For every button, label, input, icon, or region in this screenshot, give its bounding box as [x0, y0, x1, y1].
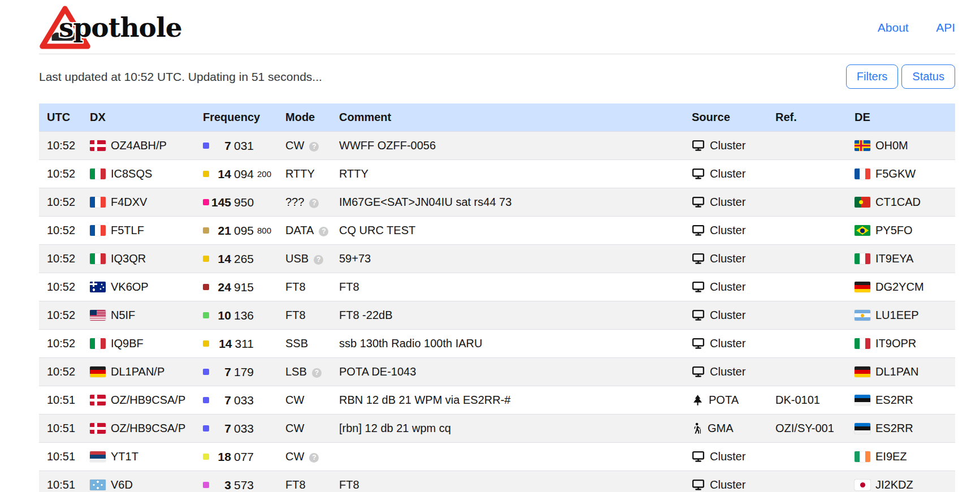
spot-ref: [770, 217, 849, 245]
dx-callsign-link[interactable]: VK6OP: [111, 280, 149, 294]
spot-row: 10:52N5IF10136FT8FT8 -22dBClusterLU1EEP: [39, 301, 955, 330]
band-color-swatch: [203, 397, 209, 403]
mode-help-icon[interactable]: ?: [309, 198, 319, 208]
dx-callsign-link[interactable]: F5TLF: [111, 224, 144, 237]
dx-cell: YT1T: [90, 450, 192, 463]
frequency-hz: 200: [254, 169, 274, 179]
source-cell: Cluster: [692, 478, 764, 491]
dx-cell: IQ9BF: [90, 337, 192, 350]
flag-fr-icon: [90, 225, 106, 236]
source-cell: Cluster: [692, 167, 764, 180]
spot-row: 10:51V6D3573FT8FT8ClusterJI2KDZ: [39, 471, 955, 492]
dx-cell: IQ3QR: [90, 252, 192, 265]
dx-cell: VK6OP: [90, 280, 192, 294]
de-callsign-link[interactable]: ES2RR: [875, 422, 913, 435]
source-label: Cluster: [710, 309, 745, 322]
spot-ref: [770, 188, 849, 217]
de-callsign-link[interactable]: PY5FO: [875, 224, 913, 237]
frequency-value: 7033: [211, 422, 254, 435]
de-callsign-link[interactable]: ES2RR: [875, 394, 913, 407]
spot-ref: [770, 160, 849, 188]
band-color-swatch: [203, 199, 209, 205]
nav-api-link[interactable]: API: [936, 21, 955, 34]
de-callsign-link[interactable]: IT9OPR: [875, 337, 916, 350]
de-callsign-link[interactable]: F5GKW: [875, 167, 916, 180]
dx-cell: DL1PAN/P: [90, 365, 192, 378]
source-cell: GMA: [692, 422, 764, 435]
flag-it-icon: [90, 338, 106, 349]
de-cell: ES2RR: [855, 422, 949, 435]
band-color-swatch: [203, 425, 209, 431]
mode-help-icon[interactable]: ?: [309, 142, 319, 152]
mode-help-icon[interactable]: ?: [319, 227, 328, 236]
spot-ref: [770, 273, 849, 301]
spot-ref: [770, 358, 849, 386]
de-callsign-link[interactable]: IT9EYA: [875, 252, 913, 265]
source-label: Cluster: [710, 196, 745, 209]
band-color-swatch: [203, 171, 209, 177]
spot-comment: CQ URC TEST: [333, 217, 686, 245]
dx-callsign-link[interactable]: YT1T: [111, 450, 138, 463]
dx-cell: F4DXV: [90, 196, 192, 209]
dx-callsign-link[interactable]: IQ9BF: [111, 337, 144, 350]
mode-label: ???: [285, 196, 304, 208]
de-cell: EI9EZ: [855, 450, 949, 463]
de-callsign-link[interactable]: DG2YCM: [875, 280, 924, 294]
toolbar-buttons: Filters Status: [846, 64, 955, 89]
mode-help-icon[interactable]: ?: [312, 368, 322, 378]
dx-callsign-link[interactable]: OZ/HB9CSA/P: [111, 394, 185, 407]
dx-callsign-link[interactable]: IQ3QR: [111, 252, 146, 265]
de-callsign-link[interactable]: OH0M: [875, 139, 908, 152]
frequency-cell: 21095800: [203, 224, 274, 238]
dx-cell: OZ/HB9CSA/P: [90, 394, 192, 407]
flag-de-icon: [855, 366, 870, 377]
spot-comment: IM67GE<SAT>JN04IU sat rs44 73: [333, 188, 686, 217]
spot-time: 10:52: [39, 301, 84, 330]
de-callsign-link[interactable]: DL1PAN: [875, 365, 918, 378]
toolbar: Last updated at 10:52 UTC. Updating in 5…: [39, 64, 955, 89]
flag-ee-icon: [855, 395, 870, 405]
filters-button[interactable]: Filters: [846, 64, 898, 89]
de-cell: ES2RR: [855, 394, 949, 407]
source-cell: Cluster: [692, 280, 764, 294]
frequency-cell: 14311: [203, 337, 274, 351]
frequency-cell: 18077: [203, 450, 274, 464]
flag-it-icon: [855, 338, 870, 349]
flag-fr-icon: [855, 169, 870, 179]
flag-de-icon: [855, 282, 870, 292]
nav-about-link[interactable]: About: [878, 21, 909, 34]
de-callsign-link[interactable]: EI9EZ: [875, 450, 907, 463]
monitor-icon: [692, 479, 705, 491]
spot-time: 10:52: [39, 330, 84, 358]
top-nav: About API: [853, 21, 955, 34]
page-container: spothole About API Last updated at 10:52…: [39, 0, 955, 492]
dx-callsign-link[interactable]: DL1PAN/P: [111, 365, 164, 378]
band-color-swatch: [203, 369, 209, 375]
flag-br-icon: [855, 225, 870, 236]
dx-callsign-link[interactable]: OZ/HB9CSA/P: [111, 422, 185, 435]
status-button[interactable]: Status: [901, 64, 955, 89]
dx-callsign-link[interactable]: V6D: [111, 478, 133, 491]
spot-time: 10:52: [39, 358, 84, 386]
source-label: POTA: [709, 394, 739, 407]
mode-label: CW: [285, 139, 304, 152]
dx-cell: OZ4ABH/P: [90, 139, 192, 152]
mode-help-icon[interactable]: ?: [314, 255, 323, 265]
mode-label: FT8: [285, 478, 306, 491]
dx-callsign-link[interactable]: F4DXV: [111, 196, 147, 209]
frequency-value: 14265: [211, 252, 254, 266]
dx-callsign-link[interactable]: IC8SQS: [111, 167, 152, 180]
source-cell: Cluster: [692, 139, 764, 152]
de-cell: LU1EEP: [855, 309, 949, 322]
dx-callsign-link[interactable]: OZ4ABH/P: [111, 139, 167, 152]
source-label: Cluster: [710, 478, 745, 491]
flag-fr-icon: [90, 197, 106, 208]
dx-callsign-link[interactable]: N5IF: [111, 309, 135, 322]
spot-comment: RTTY: [333, 160, 686, 188]
de-callsign-link[interactable]: JI2KDZ: [875, 478, 913, 491]
de-callsign-link[interactable]: LU1EEP: [875, 309, 919, 322]
mode-help-icon[interactable]: ?: [309, 453, 319, 463]
de-callsign-link[interactable]: CT1CAD: [875, 196, 921, 209]
logo[interactable]: spothole: [39, 5, 182, 50]
dx-cell: N5IF: [90, 309, 192, 322]
